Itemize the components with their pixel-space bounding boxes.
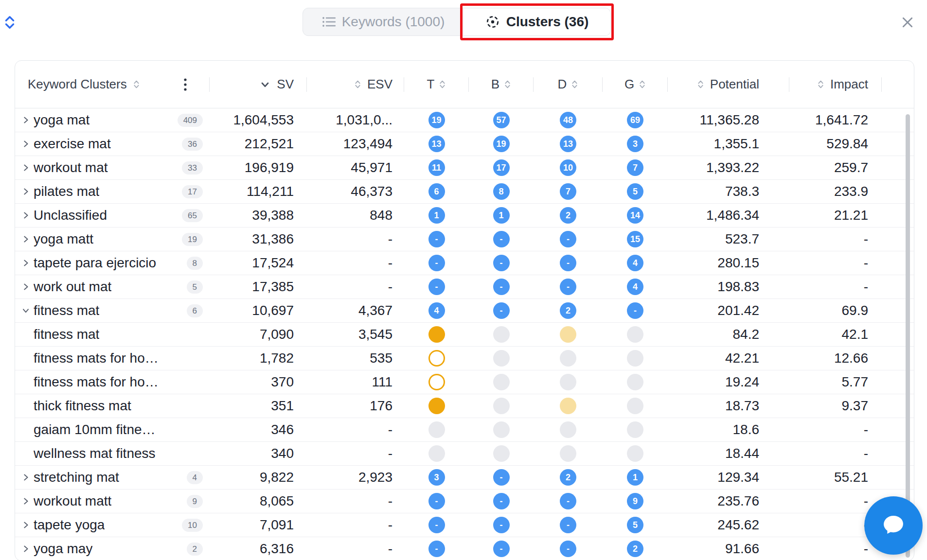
esv-value: 4,367: [358, 303, 392, 318]
metric-cell-b: -: [469, 299, 534, 322]
sv-cell: 7,090: [210, 323, 307, 346]
column-header-b[interactable]: B: [469, 61, 534, 108]
sv-value: 114,211: [247, 184, 294, 199]
chat-widget-button[interactable]: [864, 496, 923, 555]
keyword-name: wellness mat fitness: [34, 446, 156, 461]
metric-cell-d: 2: [534, 299, 603, 322]
chevron-down-icon[interactable]: [21, 306, 31, 315]
table-row: stretching mat49,8222,9233-21129.3455.21: [15, 466, 914, 490]
sv-value: 6,316: [260, 541, 294, 557]
close-icon[interactable]: [899, 14, 916, 31]
sort-icon: [133, 79, 140, 89]
impact-value: 1,641.72: [815, 112, 868, 128]
impact-cell: 233.9: [789, 180, 882, 203]
impact-value: 69.9: [842, 303, 869, 318]
chevron-right-icon[interactable]: [21, 258, 31, 268]
chevron-right-icon[interactable]: [21, 163, 31, 173]
sv-value: 7,091: [260, 517, 294, 533]
column-header-potential[interactable]: Potential: [668, 61, 789, 108]
column-header-esv[interactable]: ESV: [307, 61, 404, 108]
chevron-right-icon[interactable]: [21, 115, 31, 125]
chevron-right-icon[interactable]: [21, 187, 31, 196]
metric-cell-d: 7: [534, 180, 603, 203]
rank-dot-gray: [428, 445, 445, 462]
keyword-name: gaiam 10mm fitness mat: [34, 422, 161, 438]
metric-cell-b: [469, 370, 534, 394]
esv-value: 1,031,0...: [336, 112, 392, 128]
impact-cell: 1,641.72: [789, 108, 882, 132]
sv-value: 10,697: [252, 303, 294, 318]
rank-badge-blue: 6: [428, 183, 445, 200]
keyword-cell: wellness mat fitness: [15, 442, 161, 465]
impact-value: 9.37: [842, 398, 869, 414]
column-header-g[interactable]: G: [603, 61, 668, 108]
column-header-name[interactable]: Keyword Clusters: [15, 61, 161, 108]
column-header-t[interactable]: T: [404, 61, 469, 108]
rank-dot-gray: [493, 326, 510, 343]
rank-dot-gray: [627, 374, 643, 390]
keyword-name: yoga matt: [34, 231, 93, 247]
rank-badge-blue: 8: [493, 183, 510, 200]
rank-dot-gray: [627, 445, 643, 462]
sv-value: 8,065: [260, 493, 294, 509]
column-header-d[interactable]: D: [534, 61, 603, 108]
keyword-count-badge: 2: [187, 542, 203, 556]
indent-spacer: [21, 353, 31, 363]
chevron-right-icon[interactable]: [21, 282, 31, 292]
sv-cell: 196,919: [210, 156, 307, 179]
tab-clusters[interactable]: Clusters (36): [464, 8, 610, 35]
impact-value: 5.77: [842, 374, 869, 390]
chevron-right-icon[interactable]: [21, 472, 31, 482]
sv-value: 346: [271, 422, 294, 438]
metric-cell-d: 10: [534, 156, 603, 179]
chevron-right-icon[interactable]: [21, 544, 31, 554]
keyword-cell: thick fitness mat: [15, 394, 161, 418]
count-cell: 2: [161, 537, 210, 560]
count-cell: 17: [161, 180, 210, 203]
keyword-cell: fitness mats for home: [15, 370, 161, 394]
chevron-right-icon[interactable]: [21, 210, 31, 220]
chevron-right-icon[interactable]: [21, 496, 31, 506]
rank-badge-blue: 4: [627, 255, 643, 271]
impact-cell: -: [789, 275, 882, 298]
rank-dot-gray: [428, 421, 445, 438]
impact-value: 55.21: [834, 470, 868, 485]
potential-cell: 1,393.22: [668, 156, 789, 179]
column-label: B: [491, 77, 499, 92]
column-label: ESV: [367, 77, 392, 92]
chevron-right-icon[interactable]: [21, 520, 31, 530]
impact-cell: -: [789, 228, 882, 251]
table-row: fitness mat7,0903,54584.242.1: [15, 323, 914, 347]
rank-dot-gray: [493, 350, 510, 367]
tab-keywords[interactable]: Keywords (1000): [303, 8, 464, 35]
sv-cell: 17,385: [210, 275, 307, 298]
potential-value: 235.76: [717, 493, 759, 509]
metric-cell-b: -: [469, 466, 534, 489]
column-header-impact[interactable]: Impact: [789, 61, 882, 108]
rank-badge-blue: -: [428, 279, 445, 295]
chevron-right-icon[interactable]: [21, 139, 31, 149]
chevron-right-icon[interactable]: [21, 234, 31, 244]
rank-badge-blue: -: [627, 302, 643, 319]
rank-badge-blue: 5: [627, 517, 643, 533]
potential-value: 738.3: [725, 184, 759, 199]
sv-cell: 10,697: [210, 299, 307, 322]
column-header-sv[interactable]: SV: [210, 61, 307, 108]
metric-cell-g: 4: [603, 275, 668, 298]
metric-cell-b: -: [469, 490, 534, 513]
metric-cell-t: [404, 347, 469, 370]
expand-rows-icon[interactable]: [1, 14, 18, 31]
potential-value: 19.24: [725, 374, 759, 390]
count-cell: 4: [161, 466, 210, 489]
vertical-scrollbar[interactable]: [906, 114, 910, 558]
rank-badge-blue: 14: [627, 207, 643, 224]
impact-value: -: [864, 231, 868, 247]
esv-value: -: [388, 493, 392, 509]
esv-cell: 535: [307, 347, 404, 370]
rank-dot-orange-outline: [428, 374, 445, 390]
potential-cell: 129.34: [668, 466, 789, 489]
columns-menu-button[interactable]: [161, 61, 210, 108]
metric-cell-g: 3: [603, 132, 668, 156]
impact-cell: 529.84: [789, 132, 882, 156]
impact-cell: -: [789, 418, 882, 441]
